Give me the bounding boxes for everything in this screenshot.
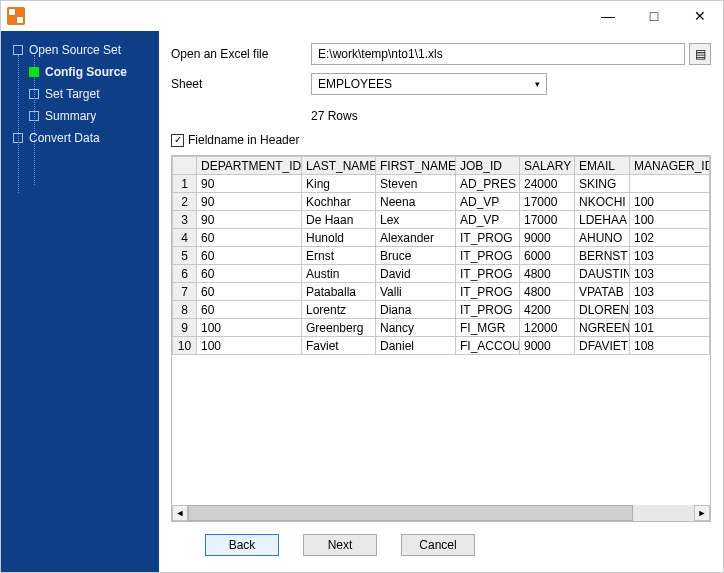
cell-email[interactable]: BERNST <box>575 247 630 265</box>
row-number[interactable]: 2 <box>173 193 197 211</box>
table-row[interactable]: 760PataballaValliIT_PROG4800VPATAB103 <box>173 283 710 301</box>
row-number[interactable]: 9 <box>173 319 197 337</box>
cell-email[interactable]: SKING <box>575 175 630 193</box>
cell-manager-id[interactable]: 100 <box>630 193 710 211</box>
cell-first-name[interactable]: Neena <box>376 193 456 211</box>
col-header-department-id[interactable]: DEPARTMENT_ID <box>197 157 302 175</box>
titlebar[interactable]: — □ ✕ <box>1 1 723 31</box>
row-number[interactable]: 5 <box>173 247 197 265</box>
cell-job-id[interactable]: FI_ACCOU <box>456 337 520 355</box>
cell-email[interactable]: NKOCHI <box>575 193 630 211</box>
col-header-last-name[interactable]: LAST_NAME <box>302 157 376 175</box>
table-row[interactable]: 560ErnstBruceIT_PROG6000BERNST103 <box>173 247 710 265</box>
cell-job-id[interactable]: AD_PRES <box>456 175 520 193</box>
table-row[interactable]: 290KochharNeenaAD_VP17000NKOCHI100 <box>173 193 710 211</box>
cell-department-id[interactable]: 60 <box>197 265 302 283</box>
scroll-thumb[interactable] <box>188 505 633 521</box>
close-button[interactable]: ✕ <box>677 1 723 31</box>
cell-email[interactable]: LDEHAA <box>575 211 630 229</box>
cell-email[interactable]: DAUSTIN <box>575 265 630 283</box>
scroll-left-button[interactable]: ◄ <box>172 505 188 521</box>
cell-manager-id[interactable]: 102 <box>630 229 710 247</box>
cell-job-id[interactable]: IT_PROG <box>456 283 520 301</box>
cell-first-name[interactable]: Bruce <box>376 247 456 265</box>
preview-table-scroll[interactable]: DEPARTMENT_ID LAST_NAME FIRST_NAME JOB_I… <box>172 156 710 505</box>
cell-email[interactable]: DFAVIET <box>575 337 630 355</box>
sheet-select[interactable]: EMPLOYEES ▾ <box>311 73 547 95</box>
cell-salary[interactable]: 4800 <box>520 265 575 283</box>
cell-last-name[interactable]: Kochhar <box>302 193 376 211</box>
cell-salary[interactable]: 4800 <box>520 283 575 301</box>
sidebar-item-convert-data[interactable]: Convert Data <box>1 127 159 149</box>
cell-last-name[interactable]: De Haan <box>302 211 376 229</box>
row-number[interactable]: 10 <box>173 337 197 355</box>
back-button[interactable]: Back <box>205 534 279 556</box>
cell-department-id[interactable]: 60 <box>197 283 302 301</box>
cell-first-name[interactable]: Diana <box>376 301 456 319</box>
col-header-job-id[interactable]: JOB_ID <box>456 157 520 175</box>
cell-job-id[interactable]: FI_MGR <box>456 319 520 337</box>
cell-last-name[interactable]: King <box>302 175 376 193</box>
sidebar-item-config-source[interactable]: Config Source <box>1 61 159 83</box>
cell-job-id[interactable]: IT_PROG <box>456 301 520 319</box>
cell-job-id[interactable]: AD_VP <box>456 211 520 229</box>
cell-department-id[interactable]: 90 <box>197 211 302 229</box>
cell-salary[interactable]: 9000 <box>520 337 575 355</box>
cancel-button[interactable]: Cancel <box>401 534 475 556</box>
cell-department-id[interactable]: 90 <box>197 193 302 211</box>
cell-last-name[interactable]: Hunold <box>302 229 376 247</box>
cell-first-name[interactable]: Lex <box>376 211 456 229</box>
cell-salary[interactable]: 4200 <box>520 301 575 319</box>
row-number[interactable]: 4 <box>173 229 197 247</box>
cell-email[interactable]: NGREEN <box>575 319 630 337</box>
next-button[interactable]: Next <box>303 534 377 556</box>
table-row[interactable]: 9100GreenbergNancyFI_MGR12000NGREEN101 <box>173 319 710 337</box>
cell-salary[interactable]: 17000 <box>520 211 575 229</box>
cell-department-id[interactable]: 60 <box>197 301 302 319</box>
cell-manager-id[interactable]: 103 <box>630 247 710 265</box>
cell-manager-id[interactable]: 100 <box>630 211 710 229</box>
cell-first-name[interactable]: David <box>376 265 456 283</box>
table-row[interactable]: 10100FavietDanielFI_ACCOU9000DFAVIET108 <box>173 337 710 355</box>
cell-first-name[interactable]: Valli <box>376 283 456 301</box>
cell-job-id[interactable]: IT_PROG <box>456 265 520 283</box>
scroll-right-button[interactable]: ► <box>694 505 710 521</box>
cell-salary[interactable]: 9000 <box>520 229 575 247</box>
horizontal-scrollbar[interactable]: ◄ ► <box>172 505 710 521</box>
cell-manager-id[interactable] <box>630 175 710 193</box>
cell-last-name[interactable]: Greenberg <box>302 319 376 337</box>
cell-salary[interactable]: 24000 <box>520 175 575 193</box>
corner-cell[interactable] <box>173 157 197 175</box>
cell-department-id[interactable]: 60 <box>197 247 302 265</box>
cell-last-name[interactable]: Faviet <box>302 337 376 355</box>
cell-last-name[interactable]: Pataballa <box>302 283 376 301</box>
scroll-track[interactable] <box>188 505 694 521</box>
row-number[interactable]: 8 <box>173 301 197 319</box>
cell-manager-id[interactable]: 103 <box>630 301 710 319</box>
cell-department-id[interactable]: 60 <box>197 229 302 247</box>
col-header-email[interactable]: EMAIL <box>575 157 630 175</box>
cell-salary[interactable]: 12000 <box>520 319 575 337</box>
file-path-input[interactable] <box>311 43 685 65</box>
row-number[interactable]: 3 <box>173 211 197 229</box>
table-row[interactable]: 660AustinDavidIT_PROG4800DAUSTIN103 <box>173 265 710 283</box>
sidebar-item-open-source-set[interactable]: Open Source Set <box>1 39 159 61</box>
cell-last-name[interactable]: Austin <box>302 265 376 283</box>
cell-department-id[interactable]: 90 <box>197 175 302 193</box>
cell-last-name[interactable]: Lorentz <box>302 301 376 319</box>
cell-first-name[interactable]: Nancy <box>376 319 456 337</box>
col-header-salary[interactable]: SALARY <box>520 157 575 175</box>
cell-first-name[interactable]: Steven <box>376 175 456 193</box>
sidebar-item-summary[interactable]: Summary <box>1 105 159 127</box>
cell-last-name[interactable]: Ernst <box>302 247 376 265</box>
table-row[interactable]: 460HunoldAlexanderIT_PROG9000AHUNO102 <box>173 229 710 247</box>
minimize-button[interactable]: — <box>585 1 631 31</box>
sidebar-item-set-target[interactable]: Set Target <box>1 83 159 105</box>
cell-first-name[interactable]: Daniel <box>376 337 456 355</box>
cell-department-id[interactable]: 100 <box>197 319 302 337</box>
col-header-first-name[interactable]: FIRST_NAME <box>376 157 456 175</box>
cell-job-id[interactable]: IT_PROG <box>456 247 520 265</box>
cell-department-id[interactable]: 100 <box>197 337 302 355</box>
cell-email[interactable]: VPATAB <box>575 283 630 301</box>
cell-salary[interactable]: 6000 <box>520 247 575 265</box>
